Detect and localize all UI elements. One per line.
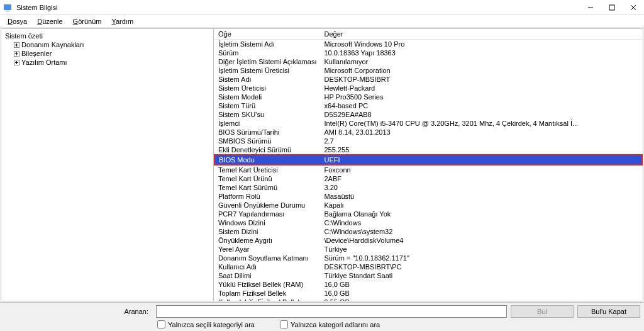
- detail-row[interactable]: Kullanıcı AdıDESKTOP-MBSIBRT\PC: [214, 262, 642, 271]
- detail-value: Intel(R) Core(TM) i5-3470 CPU @ 3.20GHz,…: [320, 119, 642, 128]
- detail-value: Kullanılamıyor: [320, 57, 642, 66]
- detail-row[interactable]: Diğer İşletim Sistemi AçıklamasıKullanıl…: [214, 57, 642, 66]
- detail-key: Güvenli Önyükleme Durumu: [214, 201, 320, 210]
- detail-row[interactable]: İşletim Sistemi ÜreticisiMicrosoft Corpo…: [214, 66, 642, 75]
- detail-row[interactable]: Sistem SKU'suD5S29EA#AB8: [214, 110, 642, 119]
- tree-item[interactable]: Donanım Kaynakları: [11, 40, 212, 49]
- app-icon: [3, 3, 13, 13]
- detail-row[interactable]: PCR7 YapılandırmasıBağlama Olanağı Yok: [214, 210, 642, 218]
- svg-rect-0: [4, 4, 11, 10]
- expand-icon[interactable]: [13, 50, 20, 57]
- minimize-button[interactable]: [580, 0, 601, 15]
- column-item[interactable]: Öğe: [214, 29, 320, 40]
- detail-key: Toplam Fiziksel Bellek: [214, 289, 320, 298]
- chk-selected-category-box[interactable]: [157, 320, 165, 328]
- detail-row[interactable]: Kullanılabilir Fiziksel Bellek9,55 GB: [214, 298, 642, 301]
- detail-key: Temel Kart Üreticisi: [214, 165, 320, 174]
- detail-value: 16,0 GB: [320, 289, 642, 298]
- detail-key: Yerel Ayar: [214, 245, 320, 254]
- detail-row[interactable]: İşlemciIntel(R) Core(TM) i5-3470 CPU @ 3…: [214, 119, 642, 128]
- details-panel[interactable]: Öğe Değer İşletim Sistemi AdıMicrosoft W…: [214, 29, 643, 301]
- chk-category-names-box[interactable]: [280, 320, 288, 328]
- menu-help[interactable]: Yardım: [106, 16, 138, 26]
- detail-row[interactable]: Yüklü Fiziksel Bellek (RAM)16,0 GB: [214, 280, 642, 289]
- detail-row[interactable]: Temel Kart Ürünü2ABF: [214, 174, 642, 183]
- detail-value: DESKTOP-MBSIBRT: [320, 75, 642, 84]
- detail-row[interactable]: Windows DiziniC:\Windows: [214, 218, 642, 227]
- window-title: Sistem Bilgisi: [15, 4, 580, 11]
- menu-file[interactable]: Dosya: [3, 16, 32, 26]
- tree-panel[interactable]: Sistem özeti Donanım KaynaklarıBileşenle…: [1, 29, 214, 301]
- detail-value: 255.255: [320, 145, 642, 155]
- svg-rect-1: [6, 11, 9, 11]
- tree-item[interactable]: Yazılım Ortamı: [11, 58, 212, 67]
- detail-value: \Device\HarddiskVolume4: [320, 236, 642, 245]
- menu-view[interactable]: Görünüm: [68, 16, 107, 26]
- detail-value: HP Pro3500 Series: [320, 93, 642, 101]
- detail-row[interactable]: Toplam Fiziksel Bellek16,0 GB: [214, 289, 642, 298]
- find-button[interactable]: Bul: [511, 305, 574, 318]
- detail-row[interactable]: Platform RolüMasaüstü: [214, 192, 642, 201]
- chk-selected-category[interactable]: Yalnızca seçili kategoriyi ara: [157, 320, 255, 328]
- detail-key: Kullanıcı Adı: [214, 262, 320, 271]
- detail-row[interactable]: Sistem ÜreticisiHewlett-Packard: [214, 84, 642, 93]
- close-find-button[interactable]: Bul'u Kapat: [577, 305, 640, 318]
- window-buttons: [580, 0, 644, 15]
- menu-edit[interactable]: Düzenle: [32, 16, 67, 26]
- detail-value: UEFI: [320, 155, 642, 165]
- tree-item[interactable]: Bileşenler: [11, 49, 212, 58]
- detail-row[interactable]: Temel Kart ÜreticisiFoxconn: [214, 165, 642, 174]
- detail-key: Platform Rolü: [214, 192, 320, 201]
- detail-value: Türkiye: [320, 245, 642, 254]
- detail-row[interactable]: Sistem AdıDESKTOP-MBSIBRT: [214, 75, 642, 84]
- detail-value: AMI 8.14, 23.01.2013: [320, 128, 642, 137]
- detail-row[interactable]: Sürüm10.0.18363 Yapı 18363: [214, 48, 642, 57]
- maximize-button[interactable]: [601, 0, 623, 15]
- detail-key: Sistem SKU'su: [214, 110, 320, 119]
- detail-value: 10.0.18363 Yapı 18363: [320, 48, 642, 57]
- detail-value: Sürüm = "10.0.18362.1171": [320, 254, 642, 262]
- detail-key: Ekli Denetleyici Sürümü: [214, 145, 320, 155]
- detail-row[interactable]: İşletim Sistemi AdıMicrosoft Windows 10 …: [214, 40, 642, 49]
- detail-row[interactable]: Yerel AyarTürkiye: [214, 245, 642, 254]
- detail-row[interactable]: SMBIOS Sürümü2.7: [214, 137, 642, 145]
- detail-value: C:\Windows\system32: [320, 227, 642, 236]
- close-button[interactable]: [623, 0, 644, 15]
- detail-key: Temel Kart Ürünü: [214, 174, 320, 183]
- chk-category-names[interactable]: Yalnızca kategori adlarını ara: [280, 320, 380, 328]
- tree-root[interactable]: Sistem özeti: [3, 31, 212, 40]
- detail-key: BIOS Modu: [214, 155, 320, 165]
- detail-row[interactable]: Güvenli Önyükleme DurumuKapalı: [214, 201, 642, 210]
- detail-row[interactable]: Sistem DiziniC:\Windows\system32: [214, 227, 642, 236]
- tree-item-label: Bileşenler: [21, 50, 52, 57]
- detail-key: Sistem Türü: [214, 101, 320, 110]
- tree-item-label: Donanım Kaynakları: [21, 41, 84, 48]
- detail-key: İşlemci: [214, 119, 320, 128]
- detail-row[interactable]: Temel Kart Sürümü3.20: [214, 183, 642, 192]
- detail-row[interactable]: Önyükleme Aygıtı\Device\HarddiskVolume4: [214, 236, 642, 245]
- detail-key: Sistem Adı: [214, 75, 320, 84]
- detail-key: Sistem Üreticisi: [214, 84, 320, 93]
- detail-row[interactable]: Sistem ModeliHP Pro3500 Series: [214, 93, 642, 101]
- detail-row[interactable]: BIOS ModuUEFI: [214, 155, 642, 165]
- detail-value: DESKTOP-MBSIBRT\PC: [320, 262, 642, 271]
- expand-icon[interactable]: [13, 59, 20, 66]
- detail-row[interactable]: Saat DilimiTürkiye Standart Saati: [214, 271, 642, 280]
- detail-key: Sistem Dizini: [214, 227, 320, 236]
- detail-row[interactable]: Donanım Soyutlama KatmanıSürüm = "10.0.1…: [214, 254, 642, 262]
- expand-icon[interactable]: [13, 41, 20, 48]
- detail-row[interactable]: Sistem Türüx64-based PC: [214, 101, 642, 110]
- detail-key: BIOS Sürümü/Tarihi: [214, 128, 320, 137]
- detail-row[interactable]: BIOS Sürümü/TarihiAMI 8.14, 23.01.2013: [214, 128, 642, 137]
- column-value[interactable]: Değer: [320, 29, 642, 40]
- detail-key: Donanım Soyutlama Katmanı: [214, 254, 320, 262]
- detail-value: Foxconn: [320, 165, 642, 174]
- detail-value: 9,55 GB: [320, 298, 642, 301]
- detail-key: Diğer İşletim Sistemi Açıklaması: [214, 57, 320, 66]
- search-bar: Aranan: Bul Bul'u Kapat Yalnızca seçili …: [0, 302, 644, 331]
- search-input[interactable]: [156, 305, 507, 318]
- tree-item-label: Yazılım Ortamı: [21, 59, 67, 66]
- detail-value: Bağlama Olanağı Yok: [320, 210, 642, 218]
- detail-row[interactable]: Ekli Denetleyici Sürümü255.255: [214, 145, 642, 155]
- detail-value: C:\Windows: [320, 218, 642, 227]
